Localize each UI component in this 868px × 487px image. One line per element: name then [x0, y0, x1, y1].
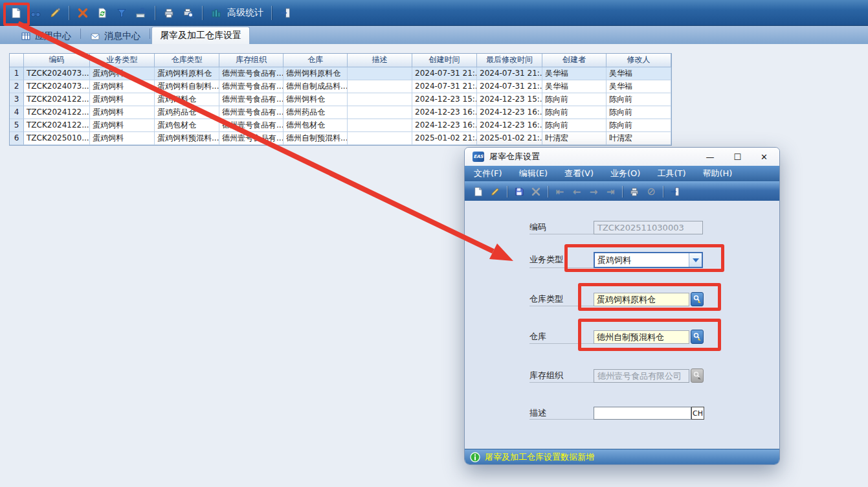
dialog-new-button[interactable] — [470, 184, 487, 199]
table-cell: 陈向前 — [542, 106, 606, 119]
exit-icon — [670, 187, 680, 197]
table-cell: 陈向前 — [606, 106, 671, 119]
tab-separator — [80, 28, 81, 39]
language-badge-button[interactable]: CH — [691, 407, 704, 420]
column-header-modifier[interactable]: 修改人 — [606, 54, 671, 67]
menu-business[interactable]: 业务(O) — [610, 168, 640, 179]
biz-type-combobox[interactable]: 蛋鸡饲料 — [594, 252, 703, 268]
column-header[interactable] — [10, 54, 24, 67]
table-cell: 2025-01-02 21:... — [412, 132, 477, 145]
table-row[interactable]: 6TZCK2025010...蛋鸡饲料蛋鸡饲料预混料...德州壹号食品有...德… — [10, 132, 671, 145]
table-row[interactable]: 1TZCK2024073...蛋鸡饲料蛋鸡饲料原料仓德州壹号食品有...德州饲料… — [10, 67, 671, 80]
table-row[interactable]: 3TZCK2024122...蛋鸡饲料蛋鸡饲料仓德州壹号食品有...德州饲料仓2… — [10, 93, 671, 106]
filter-button[interactable] — [112, 3, 131, 23]
table-cell: 蛋鸡饲料 — [90, 80, 155, 93]
table-cell: TZCK2025010... — [24, 132, 90, 145]
printer-icon — [163, 7, 175, 19]
edit-button[interactable] — [45, 3, 65, 23]
delete-button[interactable] — [73, 3, 93, 23]
refresh-icon — [96, 7, 108, 19]
menu-edit[interactable]: 编辑(E) — [519, 168, 548, 179]
tab-message-center[interactable]: 消息中心 — [82, 28, 148, 44]
table-row[interactable]: 5TZCK2024122...蛋鸡饲料蛋鸡包材仓德州壹号食品有...德州包材仓2… — [10, 119, 671, 132]
column-header-biz-type[interactable]: 业务类型 — [90, 54, 155, 67]
advanced-statistics-label[interactable]: 高级统计 — [227, 7, 263, 19]
toolbar-separator — [548, 186, 548, 198]
nav-next-button[interactable]: → — [585, 184, 602, 199]
dialog-exit-button[interactable] — [667, 184, 684, 199]
warehouse-lookup-button[interactable] — [691, 330, 704, 344]
table-cell: 叶清宏 — [542, 132, 606, 145]
table-cell: 蛋鸡药品仓 — [155, 106, 219, 119]
tab-app-center[interactable]: 应用中心 — [13, 28, 79, 44]
maximize-button[interactable]: ☐ — [733, 152, 741, 162]
warehouse-type-lookup-button[interactable] — [691, 292, 704, 306]
magnifier-icon — [693, 371, 702, 380]
save-floppy-icon — [514, 187, 524, 197]
exit-button[interactable] — [276, 3, 295, 23]
menu-file[interactable]: 文件(F) — [474, 168, 502, 179]
query-button[interactable] — [131, 3, 151, 23]
print-setup-button[interactable] — [626, 184, 643, 199]
advanced-statistics-button[interactable] — [206, 3, 226, 23]
dialog-delete-button[interactable] — [528, 184, 544, 199]
table-cell: 德州自制成品料... — [284, 80, 348, 93]
print-button[interactable] — [159, 3, 179, 23]
column-header-description[interactable]: 描述 — [348, 54, 412, 67]
nav-first-button[interactable]: ⇤ — [551, 184, 568, 199]
combo-dropdown-button[interactable] — [689, 253, 702, 267]
dialog-title-bar[interactable]: EAS 屠宰仓库设置 — ☐ ✕ — [465, 148, 779, 166]
menu-view[interactable]: 查看(V) — [564, 168, 594, 179]
table-cell: TZCK2024122... — [24, 119, 90, 132]
table-cell — [348, 106, 412, 119]
delete-x-icon-disabled — [531, 187, 541, 197]
magnifier-icon — [693, 332, 702, 341]
table-cell: 陈向前 — [606, 93, 671, 106]
table-cell: 吴华福 — [542, 67, 606, 80]
table-cell: 吴华福 — [606, 80, 671, 93]
close-button[interactable]: ✕ — [761, 152, 768, 162]
table-row[interactable]: 4TZCK2024122...蛋鸡饲料蛋鸡药品仓德州壹号食品有...德州药品仓2… — [10, 106, 671, 119]
menu-tools[interactable]: 工具(T) — [657, 168, 685, 179]
nav-previous-button[interactable]: ← — [568, 184, 585, 199]
warehouse-type-field[interactable]: 蛋鸡饲料原料仓 — [594, 293, 689, 306]
table-cell — [348, 119, 412, 132]
description-input[interactable] — [594, 407, 691, 420]
table-cell — [348, 67, 412, 80]
print-preview-button[interactable] — [179, 3, 198, 23]
toolbar-separator — [69, 6, 69, 20]
table-cell: 德州壹号食品有... — [219, 119, 284, 132]
menu-help[interactable]: 帮助(H) — [703, 168, 733, 179]
table-cell: 德州壹号食品有... — [219, 106, 284, 119]
table-cell: 德州饲料仓 — [284, 93, 348, 106]
pencil-icon — [49, 7, 61, 19]
column-header-modified-time[interactable]: 最后修改时间 — [477, 54, 542, 67]
dialog-save-button[interactable] — [511, 184, 528, 199]
biz-type-value: 蛋鸡饲料 — [595, 255, 689, 266]
tab-slaughter-warehouse-settings[interactable]: 屠宰及加工仓库设置 — [151, 27, 250, 44]
table-cell: 德州壹号食品有... — [219, 67, 284, 80]
column-header-warehouse-type[interactable]: 仓库类型 — [155, 54, 219, 67]
column-header-creator[interactable]: 创建者 — [542, 54, 606, 67]
table-cell: 2024-12-23 16:... — [412, 106, 477, 119]
minimize-button[interactable]: — — [706, 152, 714, 162]
grid-icon — [21, 31, 31, 41]
column-header-code[interactable]: 编码 — [24, 54, 90, 67]
tab-label: 应用中心 — [35, 30, 71, 42]
form-row-warehouse: 仓库 德州自制预混料仓 — [529, 330, 704, 344]
description-label: 描述 — [529, 407, 594, 420]
column-header-inventory-org[interactable]: 库存组织 — [219, 54, 284, 67]
find-button[interactable] — [26, 3, 45, 23]
table-row[interactable]: 2TZCK2024073...蛋鸡饲料蛋鸡饲料自制料...德州壹号食品有...德… — [10, 80, 671, 93]
column-header-warehouse[interactable]: 仓库 — [284, 54, 348, 67]
column-header-created-time[interactable]: 创建时间 — [412, 54, 477, 67]
table-cell: 2024-12-23 16:... — [477, 119, 542, 132]
toolbar-separator — [663, 186, 663, 198]
cancel-button[interactable]: ⊘ — [643, 184, 660, 199]
main-toolbar: 高级统计 — [0, 0, 868, 26]
nav-last-button[interactable]: ⇥ — [602, 184, 619, 199]
warehouse-field[interactable]: 德州自制预混料仓 — [594, 330, 689, 344]
refresh-button[interactable] — [93, 3, 112, 23]
new-document-button[interactable] — [6, 3, 26, 23]
dialog-edit-button[interactable] — [487, 184, 504, 199]
